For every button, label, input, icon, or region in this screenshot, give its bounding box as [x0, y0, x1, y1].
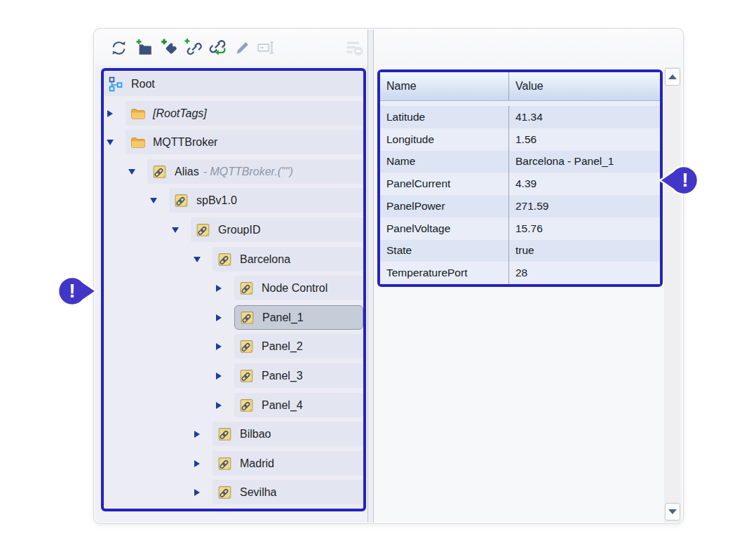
add-folder-button[interactable] — [132, 36, 156, 60]
table-row[interactable]: TemperaturePort28 — [380, 262, 660, 284]
add-link-button[interactable] — [181, 36, 205, 60]
property-name: PanelPower — [380, 195, 509, 217]
property-name: Name — [380, 151, 509, 173]
tree-item-groupid[interactable]: GroupID — [191, 217, 363, 242]
chevron-right-icon — [216, 314, 222, 321]
tree-item-panel-2[interactable]: Panel_2 — [234, 334, 363, 358]
filter-remove-icon — [344, 38, 364, 58]
expander-panel-3[interactable] — [213, 363, 224, 388]
folder-icon — [130, 135, 146, 150]
expander-sevilha[interactable] — [191, 480, 203, 504]
tree-item-spbv10[interactable]: spBv1.0 — [169, 188, 363, 213]
property-name: Latitude — [380, 106, 509, 128]
tree-item-panel-3[interactable]: Panel_3 — [234, 363, 363, 388]
chevron-right-icon — [216, 343, 222, 350]
expander-barcelona[interactable] — [191, 247, 203, 271]
expander-mqttbroker[interactable] — [104, 130, 116, 154]
arrow-up-icon — [668, 74, 677, 79]
tree-item-alias[interactable]: Alias - MQTTBroker.("") — [147, 159, 363, 184]
tree-item-panel-4[interactable]: Panel_4 — [234, 393, 363, 417]
link-tag-icon — [152, 164, 168, 180]
chevron-down-icon — [150, 198, 157, 203]
rename-button — [255, 36, 278, 60]
column-header-value[interactable]: Value — [509, 72, 660, 100]
scroll-down-button[interactable] — [665, 503, 680, 521]
reload-links-button[interactable] — [205, 36, 229, 60]
toolbar — [95, 29, 682, 66]
left-exclamation-badge: ! — [56, 274, 100, 309]
expander-roottags[interactable] — [104, 101, 116, 126]
refresh-button[interactable] — [107, 36, 130, 60]
folder-icon — [130, 106, 146, 121]
table-row[interactable]: PanelVoltage15.76 — [380, 217, 660, 240]
edit-button — [231, 36, 255, 60]
expander-node-control[interactable] — [213, 276, 224, 300]
add-link-icon — [183, 38, 203, 58]
tree-item-bilbao[interactable]: Bilbao — [212, 422, 363, 446]
chevron-right-icon — [216, 285, 222, 292]
tag-browser-window: Root [RootTags] MQTTBroker Alias - MQTTB… — [93, 28, 684, 524]
tree-item-label: Barcelona — [240, 253, 290, 266]
link-tag-icon — [217, 252, 233, 267]
tree-item-label: Panel_3 — [262, 370, 303, 382]
add-tag-button[interactable] — [157, 36, 181, 60]
expander-groupid[interactable] — [170, 217, 181, 242]
chevron-right-icon — [216, 373, 222, 380]
tree-item-label: MQTTBroker — [153, 136, 217, 149]
arrow-down-icon — [668, 509, 677, 514]
chevron-right-icon — [194, 489, 200, 496]
tree-item-label: Alias — [175, 166, 199, 178]
tree-item-node-control[interactable]: Node Control — [234, 276, 363, 300]
add-tag-icon — [159, 38, 179, 58]
tree-item-label: Root — [131, 78, 155, 90]
scroll-up-button[interactable] — [665, 68, 680, 86]
tree-item-panel-1[interactable]: Panel_1 — [234, 305, 363, 330]
property-name: State — [380, 240, 509, 262]
link-tag-icon — [239, 398, 255, 413]
chevron-right-icon — [107, 110, 113, 117]
table-row[interactable]: NameBarcelona - Panel_1 — [380, 151, 660, 173]
expander-alias[interactable] — [126, 159, 137, 184]
column-header-name[interactable]: Name — [380, 72, 509, 100]
rename-icon — [257, 38, 276, 58]
sitemap-icon — [109, 76, 124, 92]
link-tag-icon — [239, 339, 255, 354]
table-row[interactable]: PanelPower271.59 — [380, 195, 660, 217]
expander-spbv10[interactable] — [148, 188, 159, 213]
tree-item-label: Madrid — [240, 457, 274, 470]
tree-item-roottags[interactable]: [RootTags] — [126, 101, 363, 126]
expander-panel-4[interactable] — [213, 393, 224, 417]
scrollbar-track[interactable] — [664, 67, 681, 523]
expander-panel-2[interactable] — [213, 334, 224, 358]
expander-madrid[interactable] — [191, 451, 203, 476]
expander-bilbao[interactable] — [191, 422, 203, 446]
chevron-right-icon — [216, 402, 222, 409]
link-tag-icon — [217, 427, 233, 442]
tree-item-root[interactable]: Root — [104, 72, 363, 96]
tree-item-label: Sevilha — [240, 486, 276, 499]
tree-item-sevilha[interactable]: Sevilha — [212, 480, 363, 504]
table-row[interactable]: Statetrue — [380, 240, 660, 262]
reload-links-icon — [207, 37, 228, 58]
property-value: 271.59 — [509, 200, 660, 213]
table-row[interactable]: PanelCurrent4.39 — [380, 173, 660, 195]
chevron-down-icon — [107, 140, 114, 145]
tree-item-label: Panel_1 — [262, 311, 304, 324]
property-value: true — [509, 244, 660, 257]
expander-panel-1[interactable] — [213, 305, 224, 330]
link-tag-icon — [174, 193, 189, 208]
table-row[interactable]: Latitude41.34 — [380, 106, 660, 128]
property-value: 41.34 — [509, 111, 660, 123]
chevron-right-icon — [194, 431, 200, 438]
tree-item-label: spBv1.0 — [196, 194, 237, 207]
property-value: 28 — [509, 267, 660, 279]
exclamation-mark: ! — [69, 280, 75, 302]
property-name: PanelVoltage — [380, 217, 509, 240]
tree-item-barcelona[interactable]: Barcelona — [212, 247, 363, 271]
tree-item-madrid[interactable]: Madrid — [212, 451, 363, 476]
tree-item-label: Node Control — [262, 282, 328, 295]
tree-item-mqttbroker[interactable]: MQTTBroker — [126, 130, 363, 154]
splitter[interactable] — [367, 29, 374, 523]
property-value: 1.56 — [509, 133, 660, 146]
table-row[interactable]: Longitude1.56 — [380, 128, 660, 151]
